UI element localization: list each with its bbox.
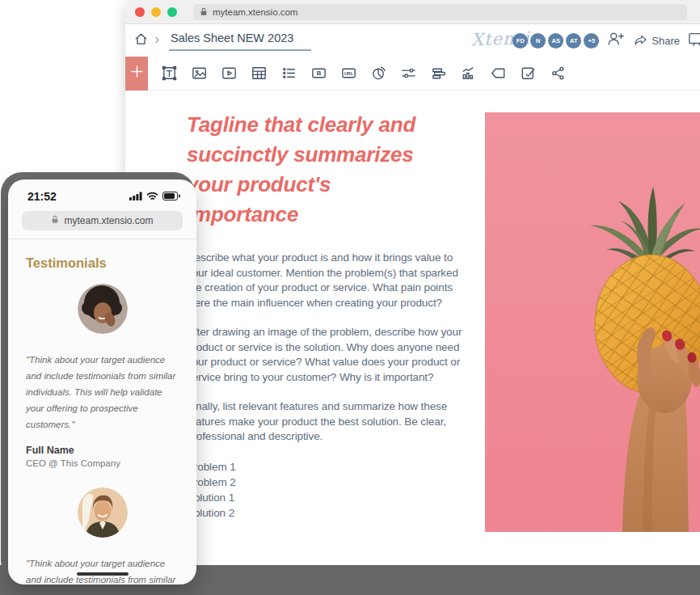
collaborator-avatars: FD N AS AT +5 xyxy=(510,33,599,49)
phone-mockup: 21:52 myteam.xtensio.com Testimonials xyxy=(8,179,196,584)
body-paragraph[interactable]: After drawing an image of the problem, d… xyxy=(187,325,465,385)
share-button[interactable]: Share xyxy=(633,34,680,48)
url-embed-icon[interactable]: URL xyxy=(339,64,358,82)
text-element-icon[interactable] xyxy=(160,64,179,82)
close-window-button[interactable] xyxy=(135,7,145,17)
minimize-window-button[interactable] xyxy=(151,7,161,17)
plus-icon xyxy=(131,65,143,81)
share-nodes-icon[interactable] xyxy=(549,64,567,82)
lock-icon xyxy=(200,7,208,16)
home-indicator[interactable] xyxy=(77,572,129,576)
man-curly-hair-avatar xyxy=(78,487,128,538)
testimonials-heading: Testimonials xyxy=(26,255,179,271)
avatar[interactable]: AS xyxy=(548,33,563,49)
share-label: Share xyxy=(652,35,680,47)
avatar[interactable]: FD xyxy=(512,33,528,49)
editor-navbar: Sales Sheet NEW 2023 Xtensio FD N AS AT … xyxy=(125,24,700,57)
testimonial-role: CEO @ This Company xyxy=(26,458,179,468)
list-item[interactable]: Problem 1 xyxy=(187,459,465,475)
zoom-window-button[interactable] xyxy=(167,7,177,17)
element-toolbar: B URL xyxy=(125,57,700,91)
video-icon[interactable] xyxy=(220,64,238,82)
text-column: Tagline that clearly and succinctly summ… xyxy=(187,110,465,521)
marketing-composite: myteam.xtensio.com Sales Sheet NEW 2023 … xyxy=(0,0,700,595)
table-icon[interactable] xyxy=(250,64,268,82)
add-element-button[interactable] xyxy=(125,57,148,91)
document-title[interactable]: Sales Sheet NEW 2023 xyxy=(169,30,311,51)
tagline-text[interactable]: Tagline that clearly and succinctly summ… xyxy=(187,110,445,230)
avatar-overflow-count[interactable]: +5 xyxy=(584,33,599,49)
button-icon[interactable]: B xyxy=(310,64,328,82)
nav-right-cluster: FD N AS AT +5 Share xyxy=(510,24,700,57)
traffic-lights xyxy=(135,7,177,17)
browser-chrome: myteam.xtensio.com xyxy=(125,0,700,24)
body-paragraph[interactable]: Describe what your product is and how it… xyxy=(187,251,465,310)
list-icon[interactable] xyxy=(280,64,298,82)
breadcrumb: Sales Sheet NEW 2023 xyxy=(133,30,311,51)
home-icon[interactable] xyxy=(133,32,149,50)
list-item[interactable]: Problem 2 xyxy=(187,475,465,490)
lock-icon xyxy=(51,215,59,226)
browser-window: myteam.xtensio.com Sales Sheet NEW 2023 … xyxy=(125,0,700,565)
avatar[interactable]: N xyxy=(530,33,546,49)
image-icon[interactable] xyxy=(190,64,209,82)
svg-text:URL: URL xyxy=(344,71,354,76)
tag-icon[interactable] xyxy=(489,64,508,82)
list-item[interactable]: Solution 1 xyxy=(187,490,465,505)
pie-chart-icon[interactable] xyxy=(369,64,388,82)
woman-curly-hair-avatar xyxy=(78,284,128,334)
list-item[interactable]: Solution 2 xyxy=(187,505,465,521)
phone-address-bar[interactable]: myteam.xtensio.com xyxy=(22,211,183,230)
phone-time: 21:52 xyxy=(27,190,57,203)
person-add-icon[interactable] xyxy=(606,30,626,51)
phone-address-url: myteam.xtensio.com xyxy=(64,215,153,226)
wifi-icon xyxy=(146,189,158,204)
phone-status-bar: 21:52 xyxy=(8,179,196,204)
problem-solution-list[interactable]: Problem 1 Problem 2 Solution 1 Solution … xyxy=(187,459,465,521)
filters-icon[interactable] xyxy=(399,64,418,82)
testimonial-card: "Think about your target audience and in… xyxy=(8,487,196,584)
battery-icon xyxy=(162,189,180,204)
phone-status-icons xyxy=(129,189,180,204)
testimonial-quote: "Think about your target audience and in… xyxy=(26,352,179,433)
divider xyxy=(8,238,196,239)
svg-text:B: B xyxy=(317,70,322,77)
product-photo[interactable] xyxy=(485,112,700,532)
testimonial-card: "Think about your target audience and in… xyxy=(8,284,196,468)
form-icon[interactable] xyxy=(519,64,538,82)
address-bar[interactable]: myteam.xtensio.com xyxy=(193,4,687,20)
body-paragraph[interactable]: Finally, list relevant features and summ… xyxy=(187,399,465,445)
cellular-icon xyxy=(129,189,142,204)
bar-chart-icon[interactable] xyxy=(429,64,448,82)
testimonial-quote: "Think about your target audience and in… xyxy=(26,555,179,584)
stats-chart-icon[interactable] xyxy=(459,64,478,82)
avatar[interactable]: AT xyxy=(566,33,581,49)
chevron-right-icon xyxy=(153,33,162,48)
testimonial-name: Full Name xyxy=(26,445,179,456)
document-canvas: Tagline that clearly and succinctly summ… xyxy=(125,91,700,564)
element-toolbar-icons: B URL xyxy=(160,64,567,82)
address-url: myteam.xtensio.com xyxy=(213,7,297,17)
present-icon[interactable] xyxy=(687,30,700,51)
